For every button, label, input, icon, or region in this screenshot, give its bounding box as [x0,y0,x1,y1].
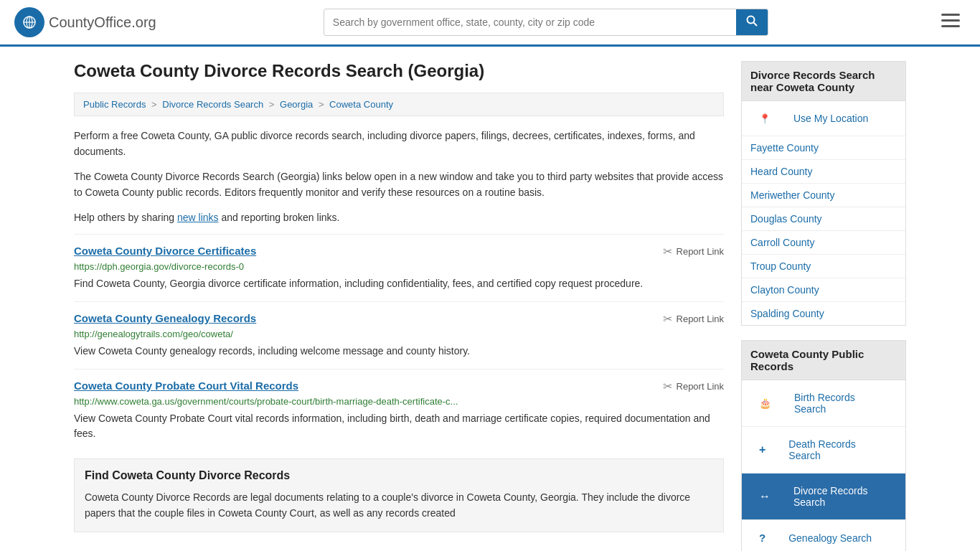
record-desc-1: Find Coweta County, Georgia divorce cert… [74,276,724,291]
breadcrumb: Public Records > Divorce Records Search … [74,93,724,116]
record-desc-2: View Coweta County genealogy records, in… [74,344,724,359]
sidebar-divorce-records[interactable]: ↔ Divorce Records Search [742,474,905,520]
svg-point-5 [747,17,754,24]
breadcrumb-divorce-records[interactable]: Divorce Records Search [162,99,263,110]
sidebar-birth-records[interactable]: 🎂 Birth Records Search [742,380,905,427]
new-links-link[interactable]: new links [177,212,219,223]
record-desc-3: View Coweta County Probate Court vital r… [74,411,724,441]
sidebar-nearby-heading: Divorce Records Search near Coweta Count… [741,61,906,101]
logo-area: CountyOffice.org [14,7,156,37]
report-icon-1: ✂ [663,245,672,258]
sidebar-item-heard[interactable]: Heard County [742,160,905,184]
content: Coweta County Divorce Records Search (Ge… [74,61,724,551]
search-button[interactable] [736,9,768,35]
breadcrumb-sep-2: > [269,99,277,110]
sidebar-death-records[interactable]: + Death Records Search [742,427,905,474]
record-item-3: Coweta County Probate Court Vital Record… [74,369,724,451]
description-para1: Perform a free Coweta County, GA public … [74,128,724,160]
birth-icon: 🎂 [750,392,780,415]
sidebar-item-douglas[interactable]: Douglas County [742,207,905,231]
report-icon-2: ✂ [663,312,672,326]
record-url-3: http://www.coweta.ga.us/government/court… [74,396,724,407]
sidebar-item-carroll[interactable]: Carroll County [742,231,905,255]
sidebar-item-meriwether[interactable]: Meriwether County [742,184,905,207]
sidebar-nearby-section: Divorce Records Search near Coweta Count… [741,61,906,326]
main-wrapper: Coweta County Divorce Records Search (Ge… [60,47,920,551]
header: CountyOffice.org [0,0,980,47]
logo-icon [14,7,44,37]
logo-text: CountyOffice.org [49,14,156,31]
sidebar-genealogy[interactable]: ? Genealogy Search [742,520,905,551]
record-title-2[interactable]: Coweta County Genealogy Records [74,312,256,324]
sidebar-use-location[interactable]: Use My Location [742,101,905,136]
report-icon-3: ✂ [663,380,672,393]
breadcrumb-coweta[interactable]: Coweta County [329,99,393,110]
svg-rect-9 [941,25,960,27]
record-url-2: http://genealogytrails.com/geo/coweta/ [74,329,724,339]
description-para2: The Coweta County Divorce Records Search… [74,169,724,201]
report-link-3[interactable]: ✂ Report Link [663,380,724,393]
page-title: Coweta County Divorce Records Search (Ge… [74,61,724,81]
pin-icon [750,108,779,130]
sidebar: Divorce Records Search near Coweta Count… [741,61,906,551]
breadcrumb-georgia[interactable]: Georgia [280,99,313,110]
svg-line-6 [753,23,757,27]
sidebar-nearby-list: Use My Location Fayette County Heard Cou… [741,101,906,326]
record-item-1: Coweta County Divorce Certificates ✂ Rep… [74,234,724,301]
breadcrumb-sep-3: > [319,99,326,110]
breadcrumb-sep-1: > [151,99,159,110]
svg-rect-7 [941,14,960,16]
divorce-icon: ↔ [750,484,779,509]
sidebar-public-records-list: 🎂 Birth Records Search + Death Records S… [741,380,906,551]
record-item-2: Coweta County Genealogy Records ✂ Report… [74,301,724,369]
record-url-1: https://dph.georgia.gov/divorce-records-… [74,261,724,272]
report-link-1[interactable]: ✂ Report Link [663,245,724,258]
find-section: Find Coweta County Divorce Records Cowet… [74,458,724,532]
report-link-2[interactable]: ✂ Report Link [663,312,724,326]
record-title-1[interactable]: Coweta County Divorce Certificates [74,245,256,257]
record-title-3[interactable]: Coweta County Probate Court Vital Record… [74,380,298,392]
svg-rect-8 [941,19,960,22]
description-para3: Help others by sharing new links and rep… [74,209,724,225]
hamburger-menu-icon[interactable] [936,9,966,35]
breadcrumb-public-records[interactable]: Public Records [83,99,146,110]
search-input[interactable] [324,11,736,34]
sidebar-item-clayton[interactable]: Clayton County [742,278,905,302]
sidebar-item-spalding[interactable]: Spalding County [742,302,905,325]
sidebar-item-fayette[interactable]: Fayette County [742,136,905,160]
death-icon: + [750,438,774,462]
sidebar-item-troup[interactable]: Troup County [742,255,905,278]
find-section-text: Coweta County Divorce Records are legal … [85,489,713,522]
find-section-heading: Find Coweta County Divorce Records [85,469,713,482]
search-area [324,9,768,36]
genealogy-icon: ? [750,526,774,550]
sidebar-public-records-heading: Coweta County Public Records [741,340,906,380]
sidebar-public-records-section: Coweta County Public Records 🎂 Birth Rec… [741,340,906,551]
